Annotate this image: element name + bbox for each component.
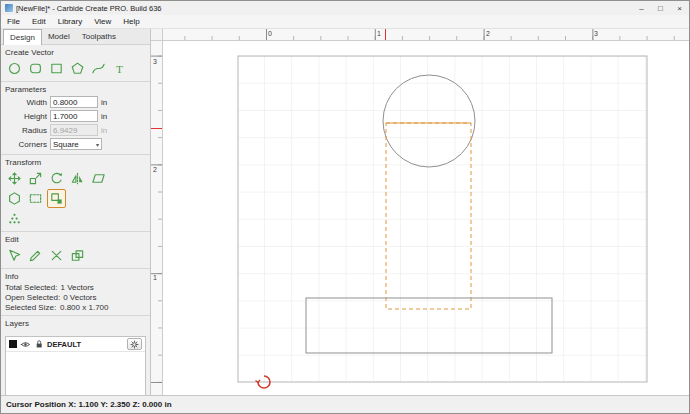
hruler-label: 3: [594, 30, 598, 37]
draw-tool[interactable]: [26, 246, 45, 265]
edit-tools: [5, 246, 146, 265]
create-vector-title: Create Vector: [5, 48, 146, 57]
transform-title: Transform: [5, 158, 146, 167]
circle-tool[interactable]: [5, 59, 24, 78]
info-total-selected: Total Selected: 1 Vectors: [5, 283, 146, 292]
array-dots-icon: [7, 211, 22, 226]
pencil-icon: [28, 248, 43, 263]
close-button[interactable]: ×: [670, 1, 689, 15]
curve-tool[interactable]: [89, 59, 108, 78]
minimize-button[interactable]: –: [632, 1, 651, 15]
skew-tool[interactable]: [89, 169, 108, 188]
maximize-button[interactable]: □: [651, 1, 670, 15]
marquee-tool[interactable]: [26, 189, 45, 208]
node-edit-tool[interactable]: [5, 246, 24, 265]
window-controls: – □ ×: [632, 1, 689, 15]
circle-icon: [7, 61, 22, 76]
boolean-icon: [70, 248, 85, 263]
info-title: Info: [5, 272, 146, 281]
tab-design[interactable]: Design: [3, 29, 42, 45]
transform-tools-row1: [5, 169, 146, 188]
mirror-tool[interactable]: [68, 169, 87, 188]
polygon-tool[interactable]: [68, 59, 87, 78]
hexagon-offset-icon: [7, 191, 22, 206]
rotate-icon: [49, 171, 64, 186]
corners-label: Corners: [5, 140, 47, 149]
info-value: 0 Vectors: [63, 293, 96, 302]
horizontal-ruler: 0 1 2 3: [163, 29, 689, 41]
width-input[interactable]: [50, 96, 98, 108]
transform-tools-row2: [5, 189, 146, 208]
ruler-corner: [151, 29, 163, 41]
move-tool[interactable]: [5, 169, 24, 188]
menu-file[interactable]: File: [1, 15, 26, 28]
edit-section: Edit: [1, 232, 150, 267]
info-section: Info Total Selected: 1 Vectors Open Sele…: [1, 269, 150, 314]
vertical-ruler: 3 2 1: [151, 41, 163, 395]
hruler-label: 2: [486, 30, 490, 37]
menu-view[interactable]: View: [88, 15, 117, 28]
width-row: Width in: [5, 96, 146, 108]
vruler-label: 1: [153, 274, 157, 281]
status-bar: Cursor Position X: 1.100 Y: 2.350 Z: 0.0…: [1, 395, 689, 413]
rounded-rect-tool[interactable]: [26, 59, 45, 78]
menu-bar: File Edit Library View Help: [1, 15, 689, 29]
design-sidebar: Design Model Toolpaths Create Vector T P…: [1, 29, 151, 395]
radius-unit: in: [101, 126, 107, 135]
rounded-rect-icon: [28, 61, 43, 76]
height-row: Height in: [5, 110, 146, 122]
delete-x-icon: [49, 248, 64, 263]
info-selected-size: Selected Size: 0.800 x 1.700: [5, 303, 146, 312]
scale-tool[interactable]: [26, 169, 45, 188]
info-open-selected: Open Selected: 0 Vectors: [5, 293, 146, 302]
text-icon: T: [112, 61, 127, 76]
transform-tools-row3: [5, 209, 146, 228]
chevron-down-icon: ▾: [96, 141, 99, 148]
rotate-tool[interactable]: [47, 169, 66, 188]
parameters-section: Parameters Width in Height in Radius in …: [1, 82, 150, 153]
svg-text:T: T: [116, 63, 123, 75]
canvas-svg[interactable]: [163, 41, 689, 395]
layer-color-swatch[interactable]: [9, 340, 17, 348]
layers-panel: DEFAULT: [5, 336, 146, 395]
marquee-icon: [28, 191, 43, 206]
eye-icon[interactable]: [20, 340, 31, 349]
width-label: Width: [5, 98, 47, 107]
radius-input: [50, 124, 98, 136]
design-canvas[interactable]: 0 1 2 3 3 2 1: [151, 29, 689, 395]
corners-select[interactable]: Square ▾: [50, 138, 102, 150]
layer-settings-button[interactable]: [127, 338, 142, 350]
menu-edit[interactable]: Edit: [26, 15, 52, 28]
lock-icon[interactable]: [34, 339, 44, 349]
skew-icon: [91, 171, 106, 186]
boolean-tool[interactable]: [68, 246, 87, 265]
radius-row: Radius in: [5, 124, 146, 136]
polygon-icon: [70, 61, 85, 76]
info-label: Open Selected:: [5, 293, 60, 302]
nudge-tool-selected[interactable]: [47, 189, 66, 208]
cursor-x-indicator: [385, 29, 386, 40]
tab-model[interactable]: Model: [42, 29, 76, 44]
app-icon: [5, 4, 13, 12]
offset-tool[interactable]: [5, 189, 24, 208]
menu-library[interactable]: Library: [52, 15, 88, 28]
cursor-position-readout: Cursor Position X: 1.100 Y: 2.350 Z: 0.0…: [6, 400, 172, 409]
move-icon: [7, 171, 22, 186]
title-bar[interactable]: [NewFile]* - Carbide Create PRO. Build 6…: [1, 1, 689, 15]
menu-help[interactable]: Help: [117, 15, 145, 28]
corners-value: Square: [53, 140, 79, 149]
array-tool[interactable]: [5, 209, 24, 228]
layers-section: Layers: [1, 316, 150, 334]
stock-boundary: [238, 56, 647, 382]
text-tool[interactable]: T: [110, 59, 129, 78]
curve-icon: [91, 61, 106, 76]
tab-toolpaths[interactable]: Toolpaths: [76, 29, 122, 44]
transform-section: Transform: [1, 155, 150, 230]
layer-row-default[interactable]: DEFAULT: [6, 337, 145, 352]
vruler-label: 3: [153, 58, 157, 65]
rect-tool[interactable]: [47, 59, 66, 78]
height-input[interactable]: [50, 110, 98, 122]
delete-tool[interactable]: [47, 246, 66, 265]
node-edit-icon: [7, 248, 22, 263]
layers-title: Layers: [5, 319, 146, 328]
